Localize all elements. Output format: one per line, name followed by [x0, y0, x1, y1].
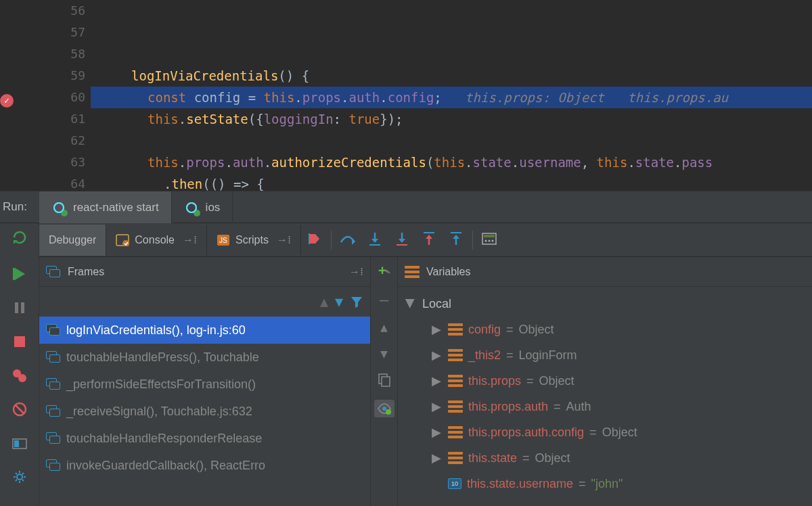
debugger-tab-label: Console [135, 234, 175, 246]
watch-down-button[interactable]: ▼ [380, 346, 388, 361]
svg-text:JS: JS [219, 237, 227, 244]
frame-item[interactable]: _performSideEffectsForTransition() [39, 371, 370, 398]
line-number: 60 [16, 87, 85, 108]
view-breakpoints-button[interactable] [9, 365, 30, 386]
svg-point-12 [488, 240, 490, 242]
add-watch-button[interactable]: + [377, 264, 392, 279]
primitive-icon: 10 [448, 478, 461, 489]
frame-up-button[interactable]: ▲ [320, 294, 328, 310]
variable-value: Object [519, 323, 554, 337]
variable-name: this.state.username [467, 477, 573, 491]
svg-rect-16 [21, 302, 24, 313]
svg-rect-15 [15, 302, 18, 313]
variables-side-toolbar: + — ▲ ▼ [371, 257, 398, 506]
variable-row[interactable]: ▶this.props.auth.config = Object [398, 419, 812, 445]
expander-icon[interactable]: ▶ [430, 425, 443, 440]
svg-rect-8 [451, 232, 461, 233]
svg-point-19 [18, 374, 26, 382]
object-icon [448, 452, 463, 464]
run-label: Run: [0, 200, 39, 214]
mute-breakpoints-button[interactable] [9, 399, 30, 419]
svg-rect-17 [14, 336, 25, 347]
expander-icon[interactable]: ▶ [430, 451, 443, 465]
frames-title: Frames [68, 266, 104, 278]
frame-item[interactable]: _receiveSignal(), Touchable.js:632 [39, 398, 370, 425]
pin-tab-icon[interactable]: →⁞ [349, 265, 363, 278]
debugger-tab[interactable]: JSScripts→⁞ [207, 225, 301, 256]
variable-row[interactable]: ▶this.props.auth = Auth [398, 394, 812, 419]
remove-watch-button[interactable]: — [380, 291, 388, 308]
line-number: 59 [16, 65, 85, 87]
frame-label: _performSideEffectsForTransition() [66, 377, 256, 392]
run-tab[interactable]: react-native start [39, 191, 172, 224]
code-line[interactable]: this.props.auth.authorizeCredentials(thi… [91, 152, 812, 173]
force-step-into-button[interactable] [388, 223, 415, 254]
variables-title: Variables [426, 266, 471, 278]
object-icon [448, 426, 463, 438]
gear-icon[interactable] [9, 467, 30, 487]
tab-arrow-icon: →⁞ [277, 233, 291, 246]
variable-value: Object [602, 426, 637, 440]
step-out-button-red[interactable] [415, 223, 443, 254]
step-out-button[interactable] [443, 223, 470, 254]
expander-icon[interactable]: ▶ [430, 399, 443, 414]
variable-row[interactable]: ▶this.props = Object [398, 368, 812, 394]
debugger-side-toolbar [0, 223, 39, 257]
filter-icon[interactable] [350, 296, 363, 308]
expander-icon[interactable]: ▶ [403, 298, 418, 310]
breakpoint-icon[interactable]: ✓ [0, 94, 14, 108]
debugger-tab[interactable]: Console→⁞ [106, 225, 207, 256]
scope-row[interactable]: ▶ Local [398, 291, 812, 317]
frame-label: _receiveSignal(), Touchable.js:632 [66, 405, 252, 419]
code-line[interactable]: .then(() => { [91, 173, 812, 191]
frame-icon [46, 378, 61, 390]
settings-button[interactable] [9, 433, 30, 453]
code-line[interactable]: const config = this.props.auth.config; t… [91, 87, 812, 108]
frame-item[interactable]: touchableHandleResponderRelease [39, 425, 370, 452]
show-execution-point-button[interactable] [301, 223, 328, 254]
code-line[interactable]: logInViaCredentials() { [91, 65, 812, 87]
pause-button[interactable] [9, 298, 30, 318]
frame-icon [46, 324, 61, 336]
scope-label: Local [422, 297, 451, 311]
variable-row[interactable]: 10this.state.username = "john" [398, 471, 812, 497]
expander-icon[interactable]: ▶ [430, 373, 443, 388]
copy-button[interactable] [378, 373, 391, 388]
variable-value: LoginForm [519, 348, 577, 363]
code-editor[interactable]: ✓ 565758596061626364 logInViaCredentials… [0, 0, 812, 191]
variable-row[interactable]: ▶config = Object [398, 317, 812, 342]
rerun-button[interactable] [9, 227, 30, 248]
evaluate-expression-button[interactable] [476, 223, 503, 254]
frame-label: touchableHandleResponderRelease [66, 432, 262, 446]
svg-point-28 [386, 409, 391, 415]
frame-label: touchableHandlePress(), Touchable [66, 350, 259, 365]
run-tab[interactable]: ios [172, 191, 233, 224]
variable-name: this.props [468, 374, 521, 388]
frame-item[interactable]: invokeGuardedCallback(), ReactErro [39, 452, 370, 479]
code-line[interactable] [91, 130, 812, 152]
line-number: 63 [16, 152, 85, 173]
frame-down-button[interactable]: ▼ [335, 294, 343, 310]
stop-button[interactable] [9, 331, 30, 352]
expander-icon[interactable]: ▶ [430, 348, 443, 363]
frame-item[interactable]: logInViaCredentials(), log-in.js:60 [39, 317, 370, 344]
step-into-button[interactable] [361, 223, 388, 254]
run-tab-label: react-native start [73, 201, 159, 214]
variable-row[interactable]: ▶_this2 = LoginForm [398, 342, 812, 368]
step-over-button[interactable] [334, 223, 361, 254]
line-number: 62 [16, 130, 85, 152]
svg-point-23 [17, 474, 22, 480]
code-area[interactable]: logInViaCredentials() {const config = th… [91, 0, 812, 191]
debugger-tabs: DebuggerConsole→⁞JSScripts→⁞ [39, 223, 301, 256]
expander-icon[interactable]: ▶ [430, 322, 443, 337]
frame-icon [46, 405, 61, 417]
watches-view-button[interactable] [374, 400, 394, 417]
code-line[interactable]: this.setState({loggingIn: true}); [91, 108, 812, 130]
resume-button[interactable] [9, 264, 30, 284]
watch-up-button[interactable]: ▲ [380, 320, 388, 334]
variable-row[interactable]: ▶this.state = Object [398, 445, 812, 471]
frame-item[interactable]: touchableHandlePress(), Touchable [39, 344, 370, 371]
debugger-tab[interactable]: Debugger [39, 225, 106, 256]
run-toolwindow-tabs: Run: react-native startios [0, 191, 812, 223]
svg-rect-4 [309, 233, 310, 244]
